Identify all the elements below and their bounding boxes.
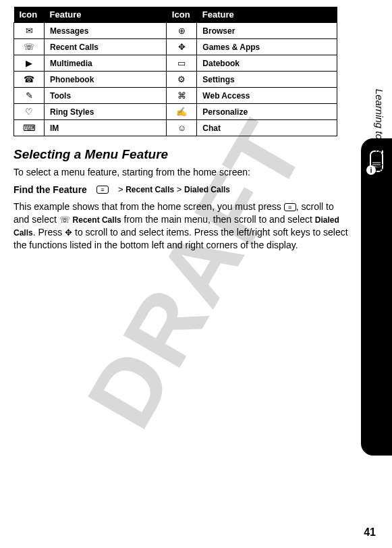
menu-icon-table: Icon Feature Icon Feature ✉Messages⊕Brow… xyxy=(13,7,337,136)
body-text: from the main menu, then scroll to and s… xyxy=(121,214,315,225)
table-row: ☎Phonebook⚙Settings xyxy=(14,72,337,88)
personalize-icon: ✍ xyxy=(167,104,197,120)
body-text: This example shows that from the home sc… xyxy=(13,201,284,212)
crumb-recent-calls: Recent Calls xyxy=(125,185,174,194)
feature-cell: Phonebook xyxy=(45,72,167,88)
menu-key-icon: ≡ xyxy=(96,186,109,194)
svg-text:i: i xyxy=(370,166,372,174)
page-number: 41 xyxy=(364,526,376,539)
col-icon-2: Icon xyxy=(167,7,197,23)
phonebook-icon: ☎ xyxy=(14,72,45,88)
table-row: ✎Tools⌘Web Access xyxy=(14,88,337,104)
table-header-row: Icon Feature Icon Feature xyxy=(14,7,337,23)
sep: > xyxy=(118,184,123,194)
envelope-icon: ✉ xyxy=(14,23,45,39)
tools-icon: ✎ xyxy=(14,88,45,104)
find-label: Find the Feature xyxy=(13,184,87,195)
recent-calls-label: Recent Calls xyxy=(73,215,121,225)
table-row: ✉Messages⊕Browser xyxy=(14,23,337,39)
table-body: ✉Messages⊕Browser☏Recent Calls✥Games & A… xyxy=(14,23,337,136)
breadcrumb: > Recent Calls > Dialed Calls xyxy=(118,184,230,194)
nav-key-icon: ✥ xyxy=(65,227,72,239)
globe-icon: ⊕ xyxy=(167,23,197,39)
feature-cell: Tools xyxy=(45,88,167,104)
col-icon-1: Icon xyxy=(14,7,45,23)
feature-cell: Personalize xyxy=(197,104,337,120)
feature-cell: Recent Calls xyxy=(45,39,167,55)
menu-key-icon: ≡ xyxy=(284,203,296,211)
col-feature-1: Feature xyxy=(45,7,167,23)
feature-cell: Multimedia xyxy=(45,55,167,72)
find-feature-row: Find the Feature ≡ > Recent Calls > Dial… xyxy=(13,184,352,195)
table-row: ☏Recent Calls✥Games & Apps xyxy=(14,39,337,55)
multimedia-icon: ▶ xyxy=(14,55,45,72)
feature-cell: Messages xyxy=(45,23,167,39)
ring-styles-icon: ♡ xyxy=(14,104,45,120)
side-section-label: Learning to Use Your Phone xyxy=(374,89,385,216)
body-paragraph: This example shows that from the home sc… xyxy=(13,200,352,252)
crumb-dialed-calls: Dialed Calls xyxy=(184,185,230,194)
page-content: Icon Feature Icon Feature ✉Messages⊕Brow… xyxy=(0,0,392,251)
feature-cell: Web Access xyxy=(197,88,337,104)
chat-icon: ☺ xyxy=(167,120,197,136)
feature-cell: Chat xyxy=(197,120,337,136)
recent-calls-icon: ☏ xyxy=(59,214,70,226)
section-heading: Selecting a Menu Feature xyxy=(13,147,352,162)
col-feature-2: Feature xyxy=(197,7,337,23)
table-row: ⌨IM☺Chat xyxy=(14,120,337,136)
feature-cell: Games & Apps xyxy=(197,39,337,55)
web-access-icon: ⌘ xyxy=(167,88,197,104)
table-row: ♡Ring Styles✍Personalize xyxy=(14,104,337,120)
im-icon: ⌨ xyxy=(14,120,45,136)
datebook-icon: ▭ xyxy=(167,55,197,72)
feature-cell: Settings xyxy=(197,72,337,88)
intro-paragraph: To select a menu feature, starting from … xyxy=(13,166,352,179)
feature-cell: Datebook xyxy=(197,55,337,72)
feature-cell: Ring Styles xyxy=(45,104,167,120)
joystick-icon: ✥ xyxy=(167,39,197,55)
body-text: . Press xyxy=(33,227,65,238)
feature-cell: Browser xyxy=(197,23,337,39)
settings-icon: ⚙ xyxy=(167,72,197,88)
sep: > xyxy=(177,184,182,194)
feature-cell: IM xyxy=(45,120,167,136)
recent-calls-icon: ☏ xyxy=(14,39,45,55)
table-row: ▶Multimedia▭Datebook xyxy=(14,55,337,72)
